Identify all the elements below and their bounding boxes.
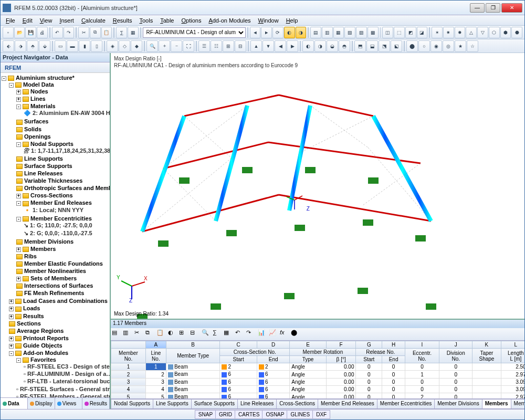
r32-icon[interactable]: ★ bbox=[455, 40, 466, 52]
r16-icon[interactable]: ▲ bbox=[250, 40, 262, 52]
tt7-icon[interactable]: ⊞ bbox=[179, 329, 190, 340]
print-icon[interactable]: 🖨 bbox=[37, 27, 48, 38]
t1-icon[interactable]: ▤ bbox=[310, 27, 321, 38]
titlebar[interactable]: RFEM 5.02.0003 (32bit) - [Aluminium stru… bbox=[1, 1, 524, 15]
tt6-icon[interactable]: ◐ bbox=[168, 329, 178, 340]
zoom-out-icon[interactable]: － bbox=[171, 40, 182, 52]
r12-icon[interactable]: ☰ bbox=[198, 40, 210, 52]
status-snap[interactable]: SNAP bbox=[195, 410, 216, 419]
undo-icon[interactable]: ↶ bbox=[52, 27, 63, 38]
menu-results[interactable]: Results bbox=[110, 16, 135, 25]
r4-icon[interactable]: ⬙ bbox=[39, 40, 50, 52]
status-dxf[interactable]: DXF bbox=[312, 410, 330, 419]
menu-view[interactable]: View bbox=[37, 16, 56, 25]
status-glines[interactable]: GLINES bbox=[287, 410, 313, 419]
minimize-button[interactable]: — bbox=[470, 3, 485, 13]
t15-icon[interactable]: ▽ bbox=[477, 27, 488, 38]
navigator-tree[interactable]: -Aluminium structure* -Model Data +Nodes… bbox=[1, 73, 110, 397]
t2-icon[interactable]: ▥ bbox=[322, 27, 333, 38]
r24-icon[interactable]: ⬒ bbox=[354, 40, 366, 52]
table-tab-member-eccentricities[interactable]: Member Eccentricities bbox=[377, 399, 435, 409]
r18-icon[interactable]: ◀ bbox=[275, 40, 286, 52]
tt3-icon[interactable]: ✂ bbox=[134, 329, 145, 340]
table-tab-cross-sections[interactable]: Cross-Sections bbox=[276, 399, 318, 409]
cut-icon[interactable]: ✂ bbox=[78, 27, 89, 38]
r2-icon[interactable]: ⬗ bbox=[15, 40, 26, 52]
tt4-icon[interactable]: ⧉ bbox=[145, 329, 156, 340]
r31-icon[interactable]: ◎ bbox=[443, 40, 454, 52]
t18-icon[interactable]: ⬣ bbox=[511, 27, 522, 38]
menu-edit[interactable]: Edit bbox=[19, 16, 36, 25]
r1-icon[interactable]: ⬖ bbox=[3, 40, 14, 52]
r10-icon[interactable]: ◇ bbox=[119, 40, 130, 52]
r6-icon[interactable]: ▬ bbox=[67, 40, 78, 52]
nav-back-icon[interactable]: ◄ bbox=[250, 27, 261, 38]
table-tab-members[interactable]: Members bbox=[482, 399, 511, 409]
zoom-in-icon[interactable]: ＋ bbox=[159, 40, 170, 52]
r9-icon[interactable]: ◈ bbox=[107, 40, 118, 52]
table-tab-nodal-supports[interactable]: Nodal Supports bbox=[111, 399, 153, 409]
t4-icon[interactable]: ▧ bbox=[344, 27, 355, 38]
r19-icon[interactable]: ▶ bbox=[287, 40, 298, 52]
tt16-icon[interactable]: ⬤ bbox=[291, 329, 301, 340]
navigator-root[interactable]: RFEM bbox=[1, 62, 110, 73]
r27-icon[interactable]: ⬕ bbox=[391, 40, 402, 52]
r5-icon[interactable]: ▭ bbox=[55, 40, 66, 52]
menu-table[interactable]: Table bbox=[157, 16, 177, 25]
redo-icon[interactable]: ↷ bbox=[64, 27, 75, 38]
menu-insert[interactable]: Insert bbox=[56, 16, 77, 25]
table-tab-surface-supports[interactable]: Surface Supports bbox=[191, 399, 238, 409]
t17-icon[interactable]: ⬢ bbox=[500, 27, 511, 38]
t16-icon[interactable]: ⬡ bbox=[489, 27, 500, 38]
highlight-2-icon[interactable]: ◑ bbox=[296, 27, 307, 38]
tt-fx-icon[interactable]: fx bbox=[280, 329, 290, 340]
zoom-icon[interactable]: 🔍 bbox=[146, 40, 158, 52]
close-button[interactable]: ✕ bbox=[501, 3, 522, 13]
open-icon[interactable]: 📂 bbox=[14, 27, 25, 38]
refresh-icon[interactable]: ⟳ bbox=[272, 27, 284, 38]
r11-icon[interactable]: ◆ bbox=[131, 40, 142, 52]
r23-icon[interactable]: ◓ bbox=[339, 40, 350, 52]
menu-tools[interactable]: Tools bbox=[136, 16, 156, 25]
nav-tab-results[interactable]: Results bbox=[82, 398, 110, 409]
tt15-icon[interactable]: 📈 bbox=[269, 329, 279, 340]
t9-icon[interactable]: ◩ bbox=[405, 27, 416, 38]
tt14-icon[interactable]: 📊 bbox=[258, 329, 268, 340]
t8-icon[interactable]: ⬚ bbox=[394, 27, 405, 38]
tt1-icon[interactable]: ▤ bbox=[112, 329, 122, 340]
menu-add-on-modules[interactable]: Add-on Modules bbox=[205, 16, 254, 25]
r14-icon[interactable]: ⊞ bbox=[223, 40, 234, 52]
status-grid[interactable]: GRID bbox=[215, 410, 236, 419]
r20-icon[interactable]: ◐ bbox=[302, 40, 314, 52]
tt11-icon[interactable]: ▦ bbox=[224, 329, 234, 340]
t3-icon[interactable]: ▦ bbox=[333, 27, 344, 38]
viewport-3d[interactable]: Max Design Ratio [-] RF-ALUMINIUM CA1 - … bbox=[111, 53, 524, 319]
save-icon[interactable]: 💾 bbox=[25, 27, 36, 38]
new-icon[interactable]: ▫ bbox=[3, 27, 14, 38]
data-table[interactable]: ABCDEFGHIJKLMNOMemberNo.LineNo.Member Ty… bbox=[111, 341, 524, 398]
nav-tab-display[interactable]: Display bbox=[28, 398, 55, 409]
nav-fwd-icon[interactable]: ► bbox=[261, 27, 272, 38]
zoom-fit-icon[interactable]: ⛶ bbox=[183, 40, 194, 52]
paste-icon[interactable]: 📋 bbox=[101, 27, 112, 38]
tt9-icon[interactable]: 🔍 bbox=[202, 329, 212, 340]
table-tab-member-elastic-foundations[interactable]: Member Elastic Foundations bbox=[511, 399, 524, 409]
mesh-icon[interactable]: ▦ bbox=[128, 27, 139, 38]
maximize-button[interactable]: ❐ bbox=[486, 3, 500, 13]
r22-icon[interactable]: ◒ bbox=[327, 40, 338, 52]
menu-window[interactable]: Window bbox=[255, 16, 282, 25]
t6-icon[interactable]: ▩ bbox=[368, 27, 379, 38]
tt5-icon[interactable]: 📋 bbox=[156, 329, 167, 340]
r17-icon[interactable]: ▼ bbox=[262, 40, 274, 52]
nav-tab-views[interactable]: Views bbox=[55, 398, 82, 409]
status-cartes[interactable]: CARTES bbox=[235, 410, 263, 419]
copy-icon[interactable]: ⧉ bbox=[90, 27, 101, 38]
menu-file[interactable]: File bbox=[3, 16, 18, 25]
r7-icon[interactable]: ▮ bbox=[79, 40, 90, 52]
table-tab-line-releases[interactable]: Line Releases bbox=[237, 399, 277, 409]
t13-icon[interactable]: ✸ bbox=[455, 27, 466, 38]
t12-icon[interactable]: ✷ bbox=[443, 27, 454, 38]
tt13-icon[interactable]: ↷ bbox=[246, 329, 257, 340]
tt10-icon[interactable]: ∑ bbox=[213, 329, 223, 340]
tt2-icon[interactable]: ▥ bbox=[123, 329, 133, 340]
